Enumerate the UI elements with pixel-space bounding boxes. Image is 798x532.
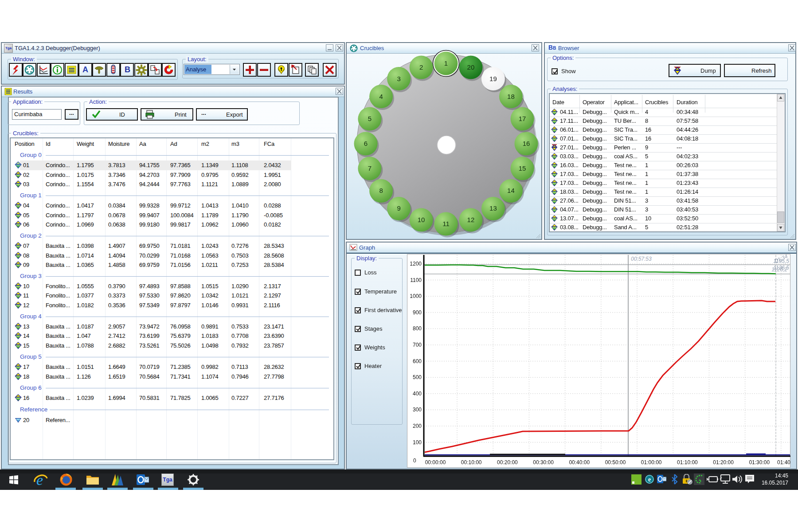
svg-text:900: 900 [413,309,422,316]
svg-text:800: 800 [413,325,422,332]
svg-text:100: 100 [413,439,422,446]
svg-text:01:30:00: 01:30:00 [749,459,770,466]
svg-text:600: 600 [413,358,422,364]
svg-text:500: 500 [413,374,422,380]
svg-text:11: 11 [442,220,450,227]
svg-text:1000: 1000 [410,293,422,299]
svg-text:00:00:00: 00:00:00 [425,459,446,466]
svg-text:00:57:53: 00:57:53 [631,256,652,262]
svg-text:5: 5 [368,115,372,122]
svg-text:10: 10 [418,216,425,223]
svg-text:14: 14 [507,187,515,194]
svg-text:00:20:00: 00:20:00 [497,459,518,466]
svg-text:16: 16 [523,140,530,147]
svg-text:01:20:00: 01:20:00 [713,459,734,466]
svg-text:400: 400 [413,391,422,397]
svg-text:00:10:00: 00:10:00 [461,459,482,466]
svg-text:1: 1 [444,59,448,67]
svg-text:700: 700 [413,342,422,348]
svg-text:6: 6 [364,140,368,147]
svg-text:19: 19 [489,75,497,82]
svg-text:01:10:00: 01:10:00 [677,459,698,466]
svg-text:00:50:00: 00:50:00 [605,459,626,466]
svg-text:9: 9 [397,204,400,212]
svg-text:12: 12 [467,216,475,223]
svg-text:17: 17 [519,115,526,122]
svg-text:00:40:00: 00:40:00 [569,459,590,466]
svg-text:8: 8 [379,187,383,194]
svg-text:e: e [648,476,651,483]
svg-text:2: 2 [419,63,423,71]
svg-text:3: 3 [397,75,400,82]
svg-text:18: 18 [507,93,515,100]
svg-text:1195,5: 1195,5 [773,258,789,264]
svg-text:20: 20 [467,63,475,71]
svg-text:e: e [36,472,43,488]
svg-text:300: 300 [413,407,422,413]
svg-text:200: 200 [413,423,422,429]
svg-text:13: 13 [489,204,497,212]
svg-text:4: 4 [379,93,383,100]
svg-text:1126,2: 1126,2 [771,266,787,273]
svg-text:00:30:00: 00:30:00 [533,459,554,466]
svg-text:1100: 1100 [410,277,422,283]
svg-text:01:00:00: 01:00:00 [641,459,662,466]
svg-text:15: 15 [519,164,526,172]
svg-text:0: 0 [413,458,416,464]
svg-text:1200: 1200 [410,261,422,267]
svg-text:7: 7 [368,164,372,172]
svg-text:01:40: 01:40 [777,459,790,466]
